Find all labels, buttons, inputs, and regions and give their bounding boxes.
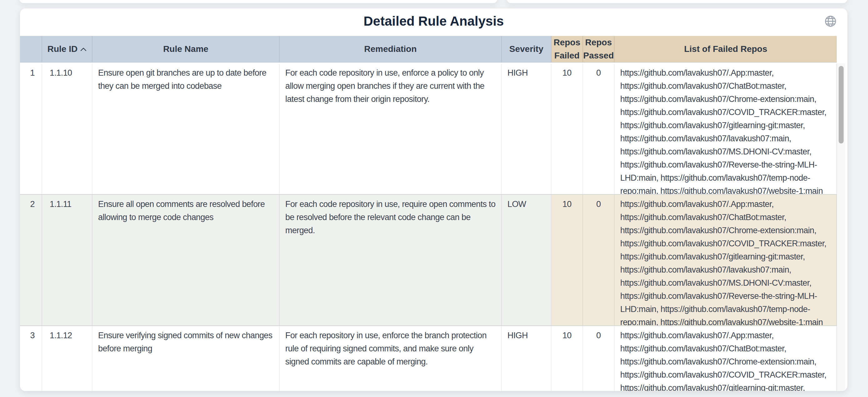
remediation-cell: For each code repository in use, require… [280, 195, 502, 326]
row-index-cell: 2 [20, 195, 42, 326]
remediation-cell: For each repository in use, enforce the … [280, 326, 502, 391]
rule-name-cell: Ensure verifying signed commits of new c… [92, 326, 280, 391]
header-repos-passed: Repos Passed [583, 36, 615, 62]
remediation-cell: For each code repository in use, enforce… [280, 63, 502, 194]
header-failed-repos-list: List of Failed Repos [615, 36, 837, 62]
vertical-scrollbar-thumb[interactable] [839, 66, 844, 144]
header-rule-name: Rule Name [92, 36, 280, 62]
header-severity: Severity [502, 36, 552, 62]
table-body: 1 1.1.10 Ensure open git branches are up… [20, 63, 837, 391]
sort-ascending-icon [80, 48, 87, 51]
severity-cell: HIGH [502, 326, 552, 391]
header-index [20, 36, 42, 62]
table-row: 2 1.1.11 Ensure all open comments are re… [20, 195, 837, 326]
header-rule-id[interactable]: Rule ID [42, 36, 92, 62]
repos-failed-count-cell: 10 [552, 63, 583, 194]
top-card-partial-left [19, 0, 497, 3]
failed-repos-list-cell: https://github.com/lavakush07/.App:maste… [615, 326, 837, 391]
rule-name-cell: Ensure open git branches are up to date … [92, 63, 280, 194]
repos-passed-count-cell: 0 [583, 63, 615, 194]
row-index-cell: 1 [20, 63, 42, 194]
header-rule-id-label: Rule ID [48, 42, 78, 56]
table-row: 3 1.1.12 Ensure verifying signed commits… [20, 326, 837, 391]
header-repos-failed: Repos Failed [552, 36, 583, 62]
failed-repos-list-cell: https://github.com/lavakush07/.App:maste… [615, 63, 837, 194]
vertical-scrollbar-track[interactable] [837, 63, 845, 391]
severity-cell: HIGH [502, 63, 552, 194]
repos-passed-count-cell: 0 [583, 195, 615, 326]
row-index-cell: 3 [20, 326, 42, 391]
severity-cell: LOW [502, 195, 552, 326]
detailed-rule-analysis-card: Detailed Rule Analysis Rule ID Rule Name… [20, 8, 847, 391]
repos-failed-count-cell: 10 [552, 326, 583, 391]
globe-icon[interactable] [824, 15, 837, 28]
rule-name-cell: Ensure all open comments are resolved be… [92, 195, 280, 326]
failed-repos-list-cell: https://github.com/lavakush07/.App:maste… [615, 195, 837, 326]
rule-id-cell: 1.1.10 [42, 63, 92, 194]
header-remediation: Remediation [280, 36, 502, 62]
top-card-partial-right [507, 0, 847, 3]
page-title: Detailed Rule Analysis [20, 13, 847, 29]
table-header-row: Rule ID Rule Name Remediation Severity R… [20, 36, 837, 63]
repos-failed-count-cell: 10 [552, 195, 583, 326]
table-row: 1 1.1.10 Ensure open git branches are up… [20, 63, 837, 195]
rule-id-cell: 1.1.11 [42, 195, 92, 326]
repos-passed-count-cell: 0 [583, 326, 615, 391]
rule-id-cell: 1.1.12 [42, 326, 92, 391]
